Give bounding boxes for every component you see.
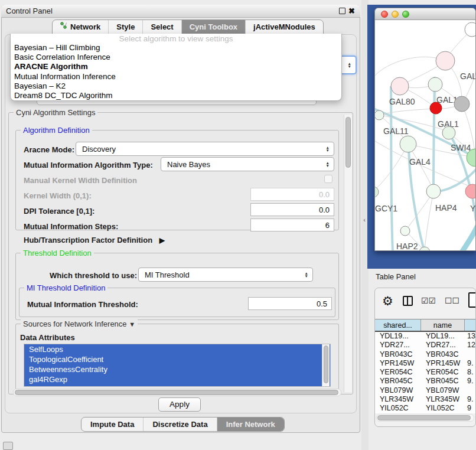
chevron-down-icon[interactable]: ▼ [129, 321, 135, 328]
which-threshold-combobox[interactable]: MI Threshold ▲▼ [138, 268, 313, 282]
table-row[interactable]: YER054CYER054C8. [375, 368, 475, 377]
list-item[interactable]: SelfLoops [24, 344, 330, 354]
dropdown-item[interactable]: Basic Correlation Inference [11, 53, 341, 62]
list-item[interactable]: gal4RGexp [24, 374, 330, 384]
tab-cyni-toolbox[interactable]: Cyni Toolbox [182, 20, 246, 34]
combobox-stepper-icon: ▲▼ [326, 146, 330, 152]
tab-jactivemnodules[interactable]: jActiveMNodules [246, 20, 323, 34]
new-column-icon[interactable] [468, 292, 476, 308]
table-row[interactable]: YBR043CYBR043C [375, 350, 475, 359]
network-node[interactable] [454, 96, 470, 112]
dropdown-item-selected[interactable]: ARACNE Algorithm [11, 62, 341, 71]
scrollbar-thumb[interactable] [345, 117, 351, 168]
tab-select[interactable]: Select [143, 20, 181, 34]
tab-label: Select [151, 20, 173, 34]
list-item[interactable]: TopologicalCoefficient [24, 354, 330, 364]
network-node[interactable] [442, 126, 455, 139]
apply-button[interactable]: Apply [158, 397, 201, 412]
dpi-tolerance-label: DPI Tolerance [0,1]: [24, 207, 94, 216]
table-cell: YBR045C [375, 377, 421, 386]
control-panel-titlebar[interactable] [1, 5, 360, 18]
combobox-stepper-icon: ▲▼ [326, 161, 330, 167]
kernel-width-label: Kernel Width (0,1): [24, 191, 92, 200]
close-traffic-light[interactable] [381, 11, 388, 18]
tab-style[interactable]: Style [109, 20, 143, 34]
tab-infer-network[interactable]: Infer Network [217, 418, 284, 431]
table-row[interactable]: YDL19...YDL19...13 [375, 332, 475, 341]
combobox-stepper-icon: ▲▼ [348, 62, 351, 68]
network-node-label: GAL4 [409, 157, 431, 167]
split-view-icon[interactable] [403, 296, 413, 306]
network-node[interactable] [436, 51, 455, 70]
dpi-tolerance-field[interactable]: 0.0 [250, 203, 334, 216]
network-node[interactable] [400, 226, 410, 236]
network-node-label: GAL [460, 71, 476, 81]
network-node[interactable] [419, 247, 430, 251]
table-row[interactable]: YBR045CYBR045C9. [375, 377, 475, 386]
network-node[interactable] [430, 102, 442, 114]
column-header-shared[interactable]: shared... [375, 319, 421, 331]
table-cell: 9. [465, 395, 475, 404]
dropdown-item[interactable]: Bayesian – Hill Climbing [11, 43, 341, 53]
scrollbar-thumb[interactable] [324, 345, 328, 383]
network-canvas[interactable]: GALGAL80GAL10GAL1GAL11SWI4GAL4GCY1HAP4YH… [375, 20, 476, 251]
tab-impute-data[interactable]: Impute Data [81, 418, 144, 431]
table-cell: YER054C [421, 368, 465, 377]
network-node[interactable] [465, 184, 476, 198]
network-node[interactable] [400, 136, 416, 152]
hub-definition-toggle[interactable]: Hub/Transcription Factor Definition ▶ [24, 236, 165, 244]
column-header-name[interactable]: name [421, 319, 465, 331]
page: Control Panel ✖ Network Style Select Cyn… [0, 0, 476, 450]
table-horizontal-scrollbar[interactable] [376, 414, 474, 422]
aracne-mode-combobox[interactable]: Discovery ▲▼ [76, 142, 334, 156]
network-edge [375, 57, 445, 77]
table-cell: YBR043C [421, 350, 465, 359]
deselect-all-icon[interactable]: ☐☐ [445, 296, 459, 305]
network-node[interactable] [465, 22, 476, 37]
settings-gear-icon[interactable]: ⚙ [382, 294, 393, 308]
mi-threshold-field[interactable]: 0.5 [248, 297, 332, 310]
table-row[interactable]: YDR27...YDR27...12 [375, 341, 475, 350]
mi-type-combobox[interactable]: Naive Bayes ▲▼ [161, 157, 334, 171]
table-row[interactable]: YBL079WYBL079W [375, 386, 475, 395]
kernel-width-field[interactable]: 0.0 [250, 188, 334, 201]
network-node[interactable] [375, 110, 384, 120]
network-window-titlebar[interactable] [375, 8, 475, 20]
dropdown-item[interactable]: Dream8 DC_TDC Algorithm [11, 91, 341, 100]
scrollbar-thumb[interactable] [377, 415, 471, 420]
network-node[interactable] [375, 187, 379, 197]
table-cell: YPR145W [421, 359, 465, 368]
mi-steps-field[interactable]: 6 [250, 219, 334, 231]
tab-discretize-data[interactable]: Discretize Data [144, 418, 217, 431]
settings-horizontal-scrollbar[interactable] [13, 389, 341, 396]
network-node[interactable] [391, 77, 409, 95]
minimize-traffic-light[interactable] [392, 11, 399, 18]
float-window-icon[interactable] [339, 8, 345, 14]
combobox-value: MI Threshold [145, 270, 190, 279]
close-icon[interactable]: ✖ [348, 5, 355, 18]
tab-network[interactable]: Network [53, 20, 109, 34]
data-attributes-label: Data Attributes [20, 333, 75, 342]
attributes-vertical-scrollbar[interactable] [322, 344, 330, 386]
group-title: Cyni Algorithm Settings [14, 108, 97, 117]
table-row[interactable]: YPR145WYPR145W9. [375, 359, 475, 368]
bottom-left-mini-button[interactable] [3, 442, 13, 450]
network-node[interactable] [426, 184, 441, 198]
group-title: Sources for Network Inference ▼ [21, 319, 138, 328]
network-node[interactable] [428, 77, 442, 92]
select-all-icon[interactable]: ☑☑ [421, 296, 436, 305]
column-header-partial[interactable] [465, 319, 475, 331]
table-row[interactable]: YLR345WYLR345W9. [375, 395, 475, 404]
table-panel: ⚙ ☑☑ ☐☐ shared... name YDL19...YDL19...1… [374, 288, 476, 427]
list-item[interactable]: BetweennessCentrality [24, 364, 330, 374]
dropdown-item[interactable]: Bayesian – K2 [11, 81, 341, 91]
dropdown-item[interactable]: Mutual Information Inference [11, 72, 341, 81]
network-edge [461, 226, 476, 251]
network-view-window[interactable]: GALGAL80GAL10GAL1GAL11SWI4GAL4GCY1HAP4YH… [374, 8, 476, 251]
manual-kernel-checkbox[interactable] [324, 175, 332, 183]
settings-vertical-scrollbar[interactable] [344, 115, 352, 392]
zoom-traffic-light[interactable] [402, 11, 409, 18]
data-attributes-list[interactable]: SelfLoops TopologicalCoefficient Between… [24, 344, 331, 387]
table-row[interactable]: YIL052CYIL052C9 [375, 404, 475, 413]
scrollbar-thumb[interactable] [15, 390, 338, 395]
